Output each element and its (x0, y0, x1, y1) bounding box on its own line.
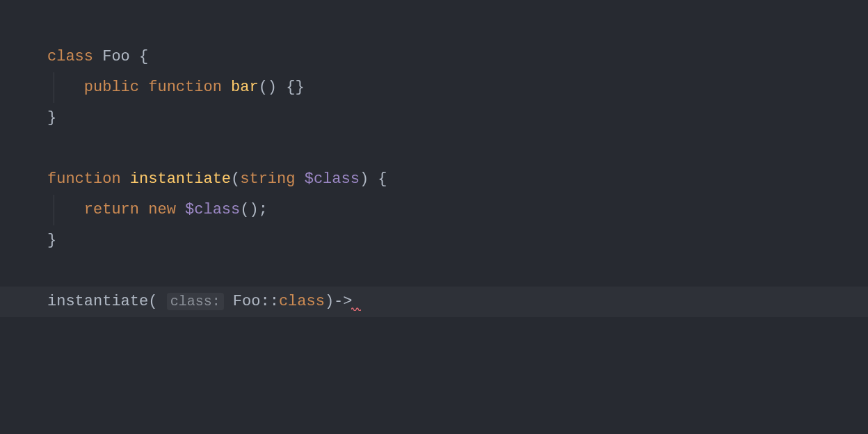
braces: {} (277, 79, 305, 96)
type-string: string (240, 170, 295, 188)
keyword-function: function (47, 170, 121, 188)
indent (47, 79, 84, 96)
code-line-blank[interactable] (0, 256, 868, 287)
keyword-new: new (148, 201, 176, 218)
space (93, 48, 102, 65)
class-name: Foo (102, 48, 130, 65)
code-line[interactable]: function instantiate(string $class) { (0, 164, 868, 195)
paren-open: ( (148, 293, 157, 310)
paren-close-arrow: )-> (325, 293, 353, 310)
variable-class: $class (185, 201, 240, 218)
code-line[interactable]: } (0, 103, 868, 134)
function-name-instantiate: instantiate (130, 170, 231, 188)
paren-open: ( (231, 170, 240, 188)
class-constant: class (279, 293, 325, 310)
space (222, 79, 231, 96)
space (139, 201, 148, 218)
brace-close: } (47, 109, 56, 127)
code-line[interactable]: return new $class(); (0, 195, 868, 225)
parameter-hint: class: (167, 293, 224, 310)
keyword-function: function (148, 79, 222, 96)
keyword-return: return (84, 201, 139, 218)
space (224, 293, 233, 310)
space (176, 201, 185, 218)
paren-close-brace: ) { (360, 170, 387, 188)
space (121, 170, 130, 188)
code-line[interactable]: public function bar() {} (0, 72, 868, 103)
keyword-public: public (84, 79, 139, 96)
space (157, 293, 166, 310)
code-line-current[interactable]: instantiate( class: Foo::class)-> (0, 287, 868, 317)
code-line-blank[interactable] (0, 134, 868, 164)
error-squiggle-icon (351, 307, 361, 314)
code-line[interactable]: class Foo { (0, 42, 868, 72)
parens-semi: (); (240, 201, 268, 218)
brace-open: { (130, 48, 148, 65)
function-name-bar: bar (231, 79, 259, 96)
variable-class: $class (305, 170, 360, 188)
indent-guide (54, 195, 54, 225)
indent-guide (54, 72, 54, 103)
code-line[interactable]: } (0, 225, 868, 256)
space (295, 170, 304, 188)
parens: () (259, 79, 277, 96)
space (139, 79, 148, 96)
indent (47, 201, 84, 218)
keyword-class: class (47, 48, 93, 65)
class-ref-foo: Foo:: (233, 293, 279, 310)
brace-close: } (47, 232, 56, 249)
function-call-instantiate: instantiate (47, 293, 148, 310)
code-editor[interactable]: class Foo { public function bar() {} } f… (0, 0, 868, 434)
